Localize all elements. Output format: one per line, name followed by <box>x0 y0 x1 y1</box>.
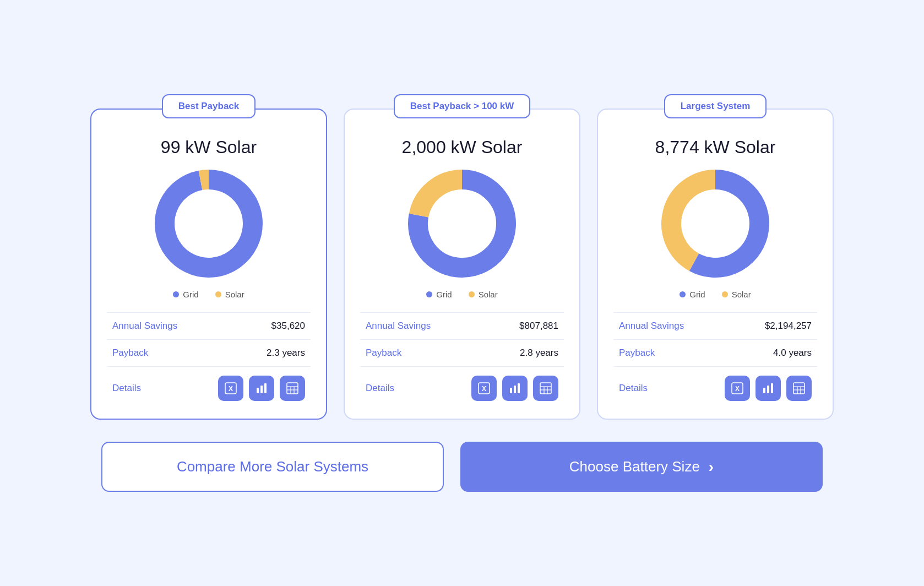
stats-2: Annual Savings $2,194,257 Payback 4.0 ye… <box>613 312 817 367</box>
card-wrapper-1: Best Payback > 100 kW2,000 kW Solar Grid… <box>344 94 580 420</box>
svg-rect-12 <box>510 388 512 393</box>
legend-grid-2: Grid <box>680 290 705 299</box>
svg-rect-2 <box>257 388 259 393</box>
excel-button-2[interactable]: X <box>725 376 750 401</box>
annual-savings-row-2: Annual Savings $2,194,257 <box>613 313 817 340</box>
grid-dot-0 <box>173 291 179 297</box>
donut-chart-2 <box>660 169 770 279</box>
bottom-actions: Compare More Solar Systems Choose Batter… <box>101 442 823 492</box>
excel-button-0[interactable]: X <box>218 376 243 401</box>
details-label-0: Details <box>112 383 141 394</box>
svg-text:X: X <box>482 385 486 393</box>
details-row-1: Details X <box>360 367 564 403</box>
annual-savings-value-2: $2,194,257 <box>765 321 812 332</box>
stats-1: Annual Savings $807,881 Payback 2.8 year… <box>360 312 564 367</box>
svg-text:X: X <box>735 385 740 393</box>
annual-savings-label-0: Annual Savings <box>112 321 177 332</box>
card-wrapper-2: Largest System8,774 kW Solar Grid Solar … <box>597 94 834 420</box>
payback-label-0: Payback <box>112 348 148 359</box>
svg-rect-14 <box>518 383 520 393</box>
payback-row-2: Payback 4.0 years <box>613 340 817 367</box>
icon-buttons-1: X <box>471 376 558 401</box>
payback-row-0: Payback 2.3 years <box>107 340 311 367</box>
grid-label-0: Grid <box>183 290 198 299</box>
payback-label-1: Payback <box>366 348 401 359</box>
payback-row-1: Payback 2.8 years <box>360 340 564 367</box>
card-title-0: 99 kW Solar <box>161 137 257 158</box>
details-label-1: Details <box>366 383 394 394</box>
payback-value-0: 2.3 years <box>267 348 305 359</box>
table-button-2[interactable] <box>786 376 812 401</box>
solar-dot-0 <box>215 291 221 297</box>
card-title-2: 8,774 kW Solar <box>655 137 776 158</box>
svg-rect-23 <box>767 386 769 393</box>
annual-savings-value-1: $807,881 <box>519 321 558 332</box>
card-title-1: 2,000 kW Solar <box>402 137 523 158</box>
table-button-0[interactable] <box>280 376 305 401</box>
cards-container: Best Payback99 kW Solar Grid Solar Annua… <box>90 94 834 420</box>
svg-rect-5 <box>287 383 298 394</box>
solar-label-0: Solar <box>225 290 244 299</box>
donut-chart-0 <box>154 169 264 279</box>
choose-battery-button[interactable]: Choose Battery Size › <box>460 442 823 492</box>
payback-value-2: 4.0 years <box>773 348 812 359</box>
svg-rect-25 <box>793 383 805 394</box>
donut-chart-1 <box>407 169 517 279</box>
details-label-2: Details <box>619 383 648 394</box>
annual-savings-row-0: Annual Savings $35,620 <box>107 313 311 340</box>
payback-value-1: 2.8 years <box>520 348 558 359</box>
solar-label-2: Solar <box>732 290 751 299</box>
card-wrapper-0: Best Payback99 kW Solar Grid Solar Annua… <box>90 94 327 420</box>
legend-solar-2: Solar <box>722 290 751 299</box>
svg-rect-15 <box>540 383 551 394</box>
icon-buttons-2: X <box>725 376 812 401</box>
legend-solar-0: Solar <box>215 290 244 299</box>
annual-savings-label-1: Annual Savings <box>366 321 431 332</box>
chevron-icon: › <box>709 458 714 476</box>
svg-rect-3 <box>260 386 263 393</box>
chart-button-0[interactable] <box>249 376 274 401</box>
svg-rect-24 <box>771 383 773 393</box>
payback-label-2: Payback <box>619 348 655 359</box>
badge-1: Best Payback > 100 kW <box>394 94 531 118</box>
annual-savings-label-2: Annual Savings <box>619 321 684 332</box>
grid-dot-1 <box>426 291 432 297</box>
solar-card-2: 8,774 kW Solar Grid Solar Annual Savings… <box>597 108 834 420</box>
battery-button-label: Choose Battery Size <box>569 458 700 475</box>
annual-savings-value-0: $35,620 <box>271 321 305 332</box>
svg-rect-22 <box>763 388 765 393</box>
icon-buttons-0: X <box>218 376 305 401</box>
stats-0: Annual Savings $35,620 Payback 2.3 years <box>107 312 311 367</box>
details-row-2: Details X <box>613 367 817 403</box>
details-row-0: Details X <box>107 367 311 403</box>
legend-grid-0: Grid <box>173 290 198 299</box>
legend-solar-1: Solar <box>469 290 498 299</box>
compare-solar-button[interactable]: Compare More Solar Systems <box>101 442 444 492</box>
svg-rect-13 <box>514 386 516 393</box>
grid-label-2: Grid <box>689 290 705 299</box>
legend-grid-1: Grid <box>426 290 452 299</box>
badge-0: Best Payback <box>162 94 256 118</box>
grid-dot-2 <box>680 291 686 297</box>
solar-card-1: 2,000 kW Solar Grid Solar Annual Savings… <box>344 108 580 420</box>
badge-2: Largest System <box>664 94 767 118</box>
svg-text:X: X <box>229 385 233 393</box>
solar-dot-1 <box>469 291 475 297</box>
excel-button-1[interactable]: X <box>471 376 497 401</box>
table-button-1[interactable] <box>533 376 558 401</box>
solar-dot-2 <box>722 291 728 297</box>
solar-label-1: Solar <box>479 290 498 299</box>
chart-button-2[interactable] <box>755 376 781 401</box>
svg-rect-4 <box>264 383 267 393</box>
legend-0: Grid Solar <box>173 290 244 299</box>
chart-button-1[interactable] <box>502 376 528 401</box>
solar-card-0: 99 kW Solar Grid Solar Annual Savings $3… <box>90 108 327 420</box>
legend-2: Grid Solar <box>680 290 751 299</box>
annual-savings-row-1: Annual Savings $807,881 <box>360 313 564 340</box>
legend-1: Grid Solar <box>426 290 497 299</box>
grid-label-1: Grid <box>436 290 452 299</box>
